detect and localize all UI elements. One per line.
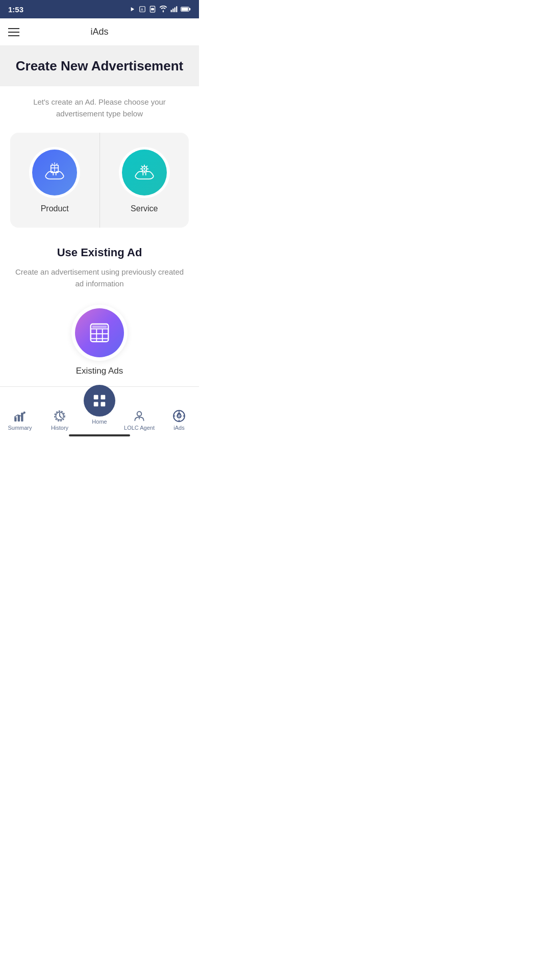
nav-item-history[interactable]: History [40,409,80,431]
svg-rect-34 [92,326,107,328]
summary-icon [13,409,27,423]
svg-rect-44 [101,402,106,407]
svg-rect-43 [94,402,98,407]
svg-line-26 [146,166,147,167]
wifi-icon [159,6,167,13]
status-icons: A [129,6,191,13]
top-nav: iAds [0,18,199,46]
ad-type-container: Product [10,133,189,228]
existing-subtitle: Create an advertisement using previously… [10,266,189,289]
status-time: 1:53 [8,5,23,14]
svg-rect-35 [14,417,16,422]
status-bar: 1:53 A [0,0,199,18]
header-banner: Create New Advertisement [0,46,199,86]
svg-point-19 [143,168,145,170]
svg-rect-41 [94,395,98,400]
svg-point-4 [163,11,164,12]
svg-point-45 [137,411,142,416]
page-title: Create New Advertisement [10,58,189,74]
iads-label: iAds [173,425,184,431]
svg-point-38 [23,411,26,413]
svg-text:A: A [141,8,143,11]
history-label: History [51,425,68,431]
svg-line-24 [141,166,143,167]
svg-rect-8 [176,6,177,12]
service-icon-inner [122,150,167,195]
existing-ads-button[interactable] [71,305,128,361]
product-card[interactable]: Product [10,133,100,228]
existing-title: Use Existing Ad [10,246,189,259]
svg-rect-11 [182,8,188,11]
product-label: Product [41,204,69,213]
existing-ads-icon [88,321,111,345]
sim-icon [149,6,156,13]
play-icon [129,6,136,13]
battery-icon [181,6,191,13]
a-icon: A [139,6,146,13]
nav-item-lolc-agent[interactable]: LOLC Agent [119,409,159,431]
svg-rect-10 [189,8,190,10]
bottom-indicator [69,434,130,436]
svg-line-17 [52,163,53,165]
summary-label: Summary [8,425,32,431]
service-icon-circle [119,147,170,198]
service-card[interactable]: Service [100,133,189,228]
hamburger-menu[interactable] [8,28,19,36]
home-icon [92,393,107,408]
lolc-agent-label: LOLC Agent [124,425,155,431]
nav-item-home[interactable]: Home [80,385,119,425]
home-label: Home [92,419,107,425]
existing-circle-wrap [10,305,189,361]
service-label: Service [131,204,158,213]
svg-rect-6 [172,9,173,12]
svg-line-16 [57,163,58,165]
nav-title: iAds [90,27,108,37]
service-icon [131,159,158,186]
product-icon-inner [32,150,77,195]
nav-item-iads[interactable]: % iAds [159,409,199,431]
svg-rect-3 [151,8,154,11]
nav-item-summary[interactable]: Summary [0,409,40,431]
agent-icon [133,409,146,423]
existing-ads-label: Existing Ads [76,366,123,376]
existing-section: Use Existing Ad Create an advertisement … [0,236,199,386]
page-subtitle: Let's create an Ad. Please choose your a… [0,86,199,125]
svg-rect-5 [171,10,172,12]
bottom-nav: Summary History Home LOLC Age [0,386,199,439]
existing-ads-icon-inner [75,308,124,357]
iads-icon: % [172,409,186,423]
signal-icon [170,6,178,13]
product-icon-circle [29,147,80,198]
svg-text:%: % [178,414,181,419]
history-icon [53,409,66,423]
svg-rect-7 [174,8,176,12]
product-icon [41,159,68,186]
svg-rect-42 [101,395,106,400]
home-circle [84,385,115,416]
